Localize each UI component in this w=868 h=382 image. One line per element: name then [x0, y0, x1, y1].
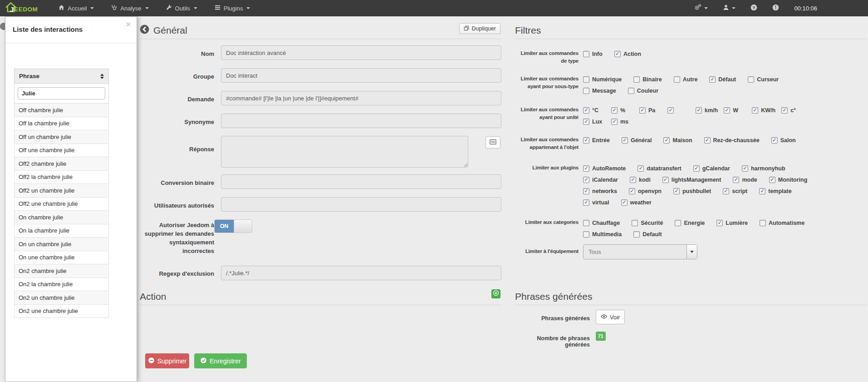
list-item[interactable]: Off la chambre julie — [15, 117, 108, 131]
checkbox-item[interactable]: ✓Défaut — [709, 76, 736, 83]
checkbox-item[interactable]: ✓kodi — [630, 177, 651, 183]
list-item[interactable]: On un chambre julie — [15, 238, 108, 251]
checkbox-unchecked[interactable] — [633, 76, 640, 83]
checkbox-item[interactable]: ✓mode — [733, 177, 757, 183]
list-item[interactable]: Off chambre julie — [15, 104, 108, 117]
checkbox-item[interactable]: Automatisme — [760, 220, 804, 226]
checkbox-unchecked[interactable] — [583, 220, 589, 226]
checkbox-item[interactable]: ✓script — [723, 188, 747, 194]
checkbox-checked[interactable]: ✓ — [583, 165, 589, 172]
checkbox-item[interactable]: Info — [583, 51, 603, 57]
checkbox-unchecked[interactable] — [583, 76, 589, 83]
select-arrow-icon[interactable] — [687, 245, 697, 259]
list-item[interactable]: On la chambre julie — [15, 224, 108, 238]
checkbox-checked[interactable]: ✓ — [709, 76, 716, 83]
checkbox-item[interactable]: ✓Maison — [663, 137, 692, 144]
checkbox-unchecked[interactable] — [760, 220, 766, 226]
checkbox-checked[interactable]: ✓ — [769, 177, 775, 183]
checkbox-checked[interactable]: ✓ — [673, 188, 680, 194]
help-button[interactable]: ? — [750, 4, 757, 13]
list-item[interactable]: On2 une chambre julie — [15, 305, 108, 318]
list-item[interactable]: On2 la chambre julie — [15, 278, 108, 292]
checkbox-item[interactable]: ✓openvpn — [629, 188, 662, 194]
checkbox-checked[interactable]: ✓ — [667, 107, 674, 114]
save-button[interactable]: Enregistrer — [194, 353, 247, 368]
list-item[interactable]: Off2 une chambre julie — [15, 198, 108, 211]
regexp-input[interactable] — [221, 266, 501, 280]
checkbox-checked[interactable]: ✓ — [583, 107, 589, 114]
checkbox-item[interactable]: ✓c° — [781, 107, 804, 114]
checkbox-checked[interactable]: ✓ — [638, 165, 644, 172]
checkbox-unchecked[interactable] — [633, 231, 640, 238]
nav-item-accueil[interactable]: Accueil — [59, 5, 94, 12]
checkbox-item[interactable]: ✓harmonyhub — [742, 165, 785, 172]
duplicate-button[interactable]: Dupliquer — [459, 23, 500, 34]
checkbox-item[interactable]: ✓km/h — [696, 107, 718, 114]
checkbox-item[interactable]: ✓template — [759, 188, 791, 194]
list-item[interactable]: Off une chambre julie — [15, 144, 108, 158]
checkbox-checked[interactable]: ✓ — [781, 107, 788, 114]
groupe-input[interactable] — [221, 68, 501, 83]
checkbox-item[interactable]: ✓gCalendar — [693, 165, 730, 172]
close-icon[interactable]: ✕ — [125, 21, 131, 28]
synonyme-input[interactable] — [221, 114, 501, 128]
phrase-search-input[interactable] — [18, 87, 105, 99]
view-phrases-button[interactable]: Voir — [596, 310, 625, 324]
checkbox-item[interactable]: ✓Général — [622, 137, 652, 144]
checkbox-checked[interactable]: ✓ — [630, 177, 636, 183]
checkbox-item[interactable]: Sécurité — [632, 220, 663, 226]
checkbox-checked[interactable]: ✓ — [663, 137, 670, 144]
checkbox-unchecked[interactable] — [583, 88, 589, 94]
demande-input[interactable] — [221, 91, 501, 105]
back-circle-icon[interactable] — [140, 25, 149, 36]
checkbox-checked[interactable]: ✓ — [621, 199, 628, 206]
nav-item-plugins[interactable]: Plugins — [215, 5, 250, 12]
checkbox-item[interactable]: Message — [583, 88, 616, 94]
checkbox-item[interactable]: ✓iCalendar — [583, 177, 618, 183]
checkbox-item[interactable]: Energie — [675, 220, 705, 226]
checkbox-checked[interactable]: ✓ — [724, 107, 730, 114]
checkbox-item[interactable]: ✓lightsManagement — [662, 177, 721, 183]
checkbox-unchecked[interactable] — [583, 51, 589, 57]
insert-list-button[interactable] — [485, 136, 500, 149]
nav-item-outils[interactable]: Outils — [166, 5, 197, 12]
checkbox-item[interactable]: ✓AutoRemote — [583, 165, 626, 172]
toggle-knob[interactable] — [234, 220, 252, 233]
checkbox-item[interactable]: ✓virtual — [583, 199, 609, 206]
list-item[interactable]: On2 un chambre julie — [15, 291, 108, 305]
checkbox-item[interactable]: ✓networks — [583, 188, 617, 194]
checkbox-item[interactable]: ✓weather — [621, 199, 652, 206]
checkbox-checked[interactable]: ✓ — [696, 107, 702, 114]
checkbox-item[interactable]: ✓datatransfert — [638, 165, 681, 172]
checkbox-checked[interactable]: ✓ — [583, 199, 589, 206]
checkbox-item[interactable]: Multimedia — [583, 231, 622, 238]
settings-gears-menu[interactable] — [694, 4, 708, 13]
equipment-select[interactable]: Tous — [583, 244, 697, 259]
checkbox-checked[interactable]: ✓ — [583, 119, 589, 125]
checkbox-checked[interactable]: ✓ — [611, 107, 618, 114]
checkbox-item[interactable]: Default — [633, 231, 662, 238]
checkbox-checked[interactable]: ✓ — [723, 188, 729, 194]
jeedom-logo[interactable]: J EEDOM — [6, 2, 38, 14]
checkbox-item[interactable]: ✓°C — [583, 107, 605, 114]
checkbox-checked[interactable]: ✓ — [639, 107, 646, 114]
checkbox-item[interactable]: Chauffage — [583, 220, 620, 226]
checkbox-item[interactable]: ✓Salon — [771, 137, 796, 144]
checkbox-checked[interactable]: ✓ — [614, 51, 621, 57]
nav-item-analyse[interactable]: Analyse — [111, 5, 148, 12]
list-item[interactable]: On2 chambre julie — [15, 264, 108, 278]
checkbox-item[interactable]: ✓Lux — [583, 119, 605, 125]
checkbox-item[interactable]: Autre — [674, 76, 698, 83]
add-action-button[interactable] — [491, 289, 500, 298]
list-item[interactable]: Off2 un chambre julie — [15, 184, 108, 198]
list-item[interactable]: Off2 la chambre julie — [15, 171, 108, 184]
checkbox-item[interactable]: ✓pushbullet — [673, 188, 711, 194]
autoriser-toggle[interactable]: ON — [214, 219, 252, 233]
checkbox-item[interactable]: ✓Lumière — [716, 220, 748, 226]
checkbox-item[interactable]: ✓Pa — [639, 107, 662, 114]
checkbox-unchecked[interactable] — [674, 76, 680, 83]
list-item[interactable]: Off2 chambre julie — [15, 157, 108, 171]
checkbox-checked[interactable]: ✓ — [742, 165, 748, 172]
utilisateurs-input[interactable] — [221, 197, 501, 212]
checkbox-unchecked[interactable] — [628, 88, 634, 94]
